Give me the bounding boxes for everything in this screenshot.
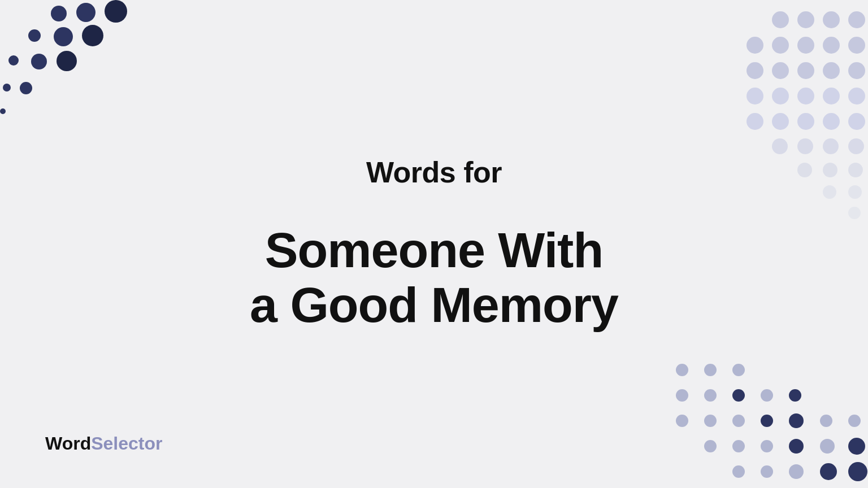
main-title: Someone With a Good Memory — [250, 223, 618, 333]
dots-bottom-right — [676, 364, 868, 488]
dots-top-left — [0, 0, 136, 124]
logo-word: Word — [45, 433, 91, 454]
logo-selector: Selector — [91, 433, 162, 454]
dots-top-right — [698, 0, 868, 243]
main-title-line2: a Good Memory — [250, 277, 618, 333]
main-content: Words for Someone With a Good Memory — [250, 155, 618, 333]
main-title-line1: Someone With — [265, 222, 603, 278]
subtitle: Words for — [250, 155, 618, 189]
page-container: Words for Someone With a Good Memory Wor… — [0, 0, 868, 488]
logo: WordSelector — [45, 433, 162, 454]
